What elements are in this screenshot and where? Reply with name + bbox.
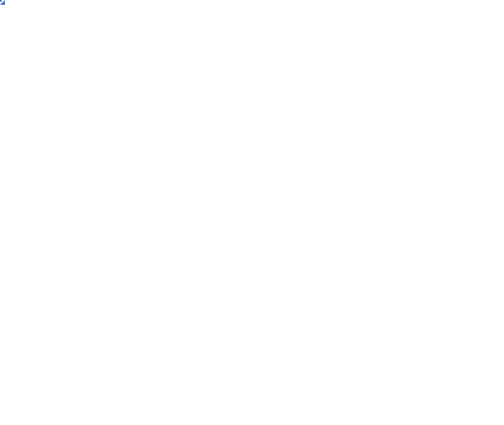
table-resize-handle[interactable] xyxy=(0,0,5,5)
